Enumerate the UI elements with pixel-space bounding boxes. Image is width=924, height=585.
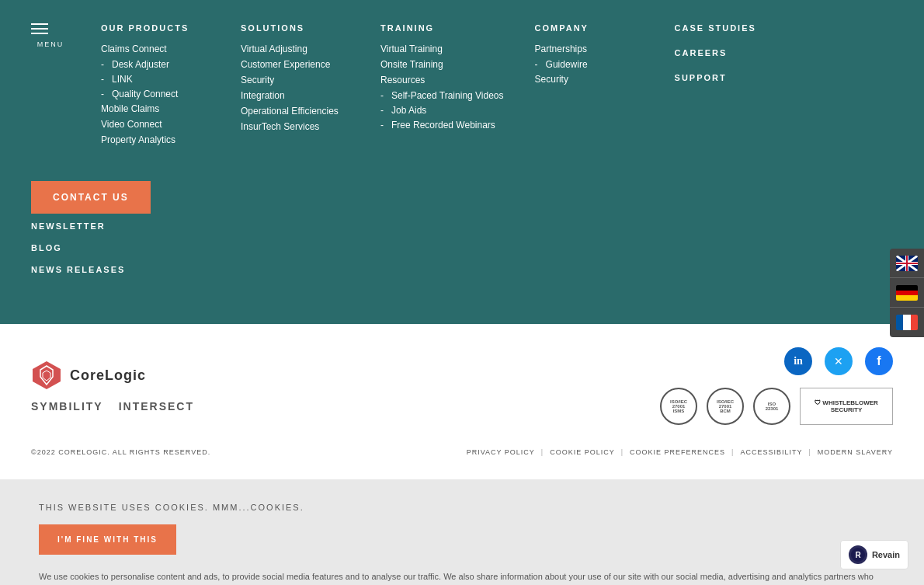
footer-section: CoreLogic SYMBILITY INTERSECT in ✕ f ISO… — [0, 324, 924, 479]
linkedin-icon[interactable]: in — [784, 347, 812, 375]
corelogic-logo: CoreLogic — [31, 360, 194, 391]
svg-rect-11 — [896, 291, 918, 295]
svg-rect-10 — [896, 285, 918, 291]
svg-rect-14 — [903, 315, 911, 330]
svg-rect-15 — [911, 315, 918, 330]
products-col: OUR PRODUCTS Claims Connect Desk Adjuste… — [101, 23, 210, 150]
revain-icon: R — [849, 545, 867, 564]
footer-bottom: ©2022 CORELOGIC. ALL RIGHTS RESERVED. PR… — [31, 440, 893, 456]
solutions-heading: SOLUTIONS — [241, 23, 349, 33]
nav-job-aids[interactable]: Job Aids — [380, 105, 504, 116]
menu-col: MENU — [31, 23, 70, 150]
whistleblower-badge: 🛡 WHISTLEBLOWERSECURITY — [800, 388, 893, 425]
footer-logos-left: CoreLogic SYMBILITY INTERSECT — [31, 360, 194, 413]
nav-quality-connect[interactable]: Quality Connect — [101, 89, 210, 99]
nav-self-paced[interactable]: Self-Paced Training Videos — [380, 90, 504, 101]
cookie-accept-button[interactable]: I'M FINE WITH THIS — [39, 524, 176, 555]
nav-desk-adjuster[interactable]: Desk Adjuster — [101, 59, 210, 70]
cookie-body-text: We use cookies to personalise content an… — [39, 570, 885, 585]
cookie-policy-link[interactable]: COOKIE POLICY — [550, 448, 615, 456]
badge-iso-22301: ISO22301 — [753, 388, 790, 425]
de-flag-icon — [896, 285, 918, 301]
svg-rect-13 — [896, 315, 903, 330]
contact-us-button[interactable]: CONTACT US — [31, 181, 151, 214]
sep1: | — [541, 448, 544, 456]
nav-insurtech-services[interactable]: InsurTech Services — [241, 121, 349, 132]
products-heading: OUR PRODUCTS — [101, 23, 210, 33]
nav-property-analytics[interactable]: Property Analytics — [101, 134, 210, 145]
fr-flag-icon — [896, 315, 918, 330]
nav-security-company[interactable]: Security — [535, 74, 644, 85]
blog-link[interactable]: BLOG — [31, 243, 151, 252]
corelogic-text: CoreLogic — [70, 367, 146, 384]
accessibility-link[interactable]: ACCESSIBILITY — [740, 448, 802, 456]
revain-badge[interactable]: R Revain — [840, 540, 908, 569]
nav-customer-experience[interactable]: Customer Experience — [241, 59, 349, 70]
svg-rect-12 — [896, 295, 918, 301]
whistleblower-text: 🛡 WHISTLEBLOWERSECURITY — [815, 399, 878, 413]
sep3: | — [731, 448, 734, 456]
cookie-banner: THIS WEBSITE USES COOKIES. MMM...COOKIES… — [0, 479, 924, 585]
news-releases-link[interactable]: NEWS RELEASES — [31, 265, 151, 274]
footer-copyright: ©2022 CORELOGIC. ALL RIGHTS RESERVED. — [31, 448, 210, 456]
modern-slavery-link[interactable]: MODERN SLAVERY — [818, 448, 893, 456]
case-studies-col: CASE STUDIES CAREERS SUPPORT — [675, 23, 783, 150]
badge-iso-27001-bcm: ISO/IEC27001BCM — [707, 388, 744, 425]
company-heading: COMPANY — [535, 23, 644, 33]
uk-flag-icon — [896, 256, 918, 271]
newsletter-link[interactable]: NEWSLETTER — [31, 221, 151, 231]
corelogic-diamond-icon — [31, 360, 62, 391]
nav-virtual-training[interactable]: Virtual Training — [380, 44, 504, 54]
lang-de[interactable] — [890, 278, 924, 308]
nav-security-solutions[interactable]: Security — [241, 75, 349, 85]
nav-resources[interactable]: Resources — [380, 75, 504, 85]
badge-iso-27001-isms: ISO/IEC27001ISMS — [660, 388, 697, 425]
nav-claims-connect[interactable]: Claims Connect — [101, 44, 210, 54]
partner-logos: SYMBILITY INTERSECT — [31, 400, 194, 413]
nav-section: MENU OUR PRODUCTS Claims Connect Desk Ad… — [0, 0, 924, 324]
social-icons: in ✕ f — [784, 347, 893, 375]
revain-logo-icon: R — [851, 548, 865, 562]
hamburger-button[interactable] — [31, 23, 70, 34]
nav-operational-efficiencies[interactable]: Operational Efficiencies — [241, 106, 349, 117]
cookie-title: THIS WEBSITE USES COOKIES. MMM...COOKIES… — [39, 503, 885, 512]
company-col: COMPANY Partnerships Guidewire Security — [535, 23, 644, 150]
case-studies-heading: CASE STUDIES — [675, 23, 783, 33]
support-heading: SUPPORT — [675, 73, 783, 82]
nav-mobile-claims[interactable]: Mobile Claims — [101, 103, 210, 114]
intersect-logo: INTERSECT — [119, 400, 194, 413]
careers-heading: CAREERS — [675, 48, 783, 57]
nav-free-recorded[interactable]: Free Recorded Webinars — [380, 120, 504, 131]
training-col: TRAINING Virtual Training Onsite Trainin… — [380, 23, 504, 150]
cookie-body: We use cookies to personalise content an… — [39, 572, 874, 585]
lang-fr[interactable] — [890, 308, 924, 337]
nav-guidewire[interactable]: Guidewire — [535, 59, 644, 70]
revain-label: Revain — [872, 550, 900, 559]
nav-integration[interactable]: Integration — [241, 90, 349, 101]
svg-text:R: R — [855, 551, 861, 559]
footer-top: CoreLogic SYMBILITY INTERSECT in ✕ f ISO… — [31, 347, 893, 425]
facebook-icon[interactable]: f — [865, 347, 893, 375]
nav-video-connect[interactable]: Video Connect — [101, 119, 210, 130]
solutions-col: SOLUTIONS Virtual Adjusting Customer Exp… — [241, 23, 349, 150]
contact-col: CONTACT US NEWSLETTER BLOG NEWS RELEASES — [31, 181, 151, 285]
nav-link[interactable]: LINK — [101, 74, 210, 85]
symbility-logo: SYMBILITY — [31, 400, 103, 413]
sep2: | — [621, 448, 624, 456]
sep4: | — [808, 448, 811, 456]
cookie-preferences-link[interactable]: COOKIE PREFERENCES — [630, 448, 725, 456]
language-switcher — [890, 249, 924, 337]
privacy-policy-link[interactable]: PRIVACY POLICY — [467, 448, 535, 456]
footer-right: in ✕ f ISO/IEC27001ISMS ISO/IEC27001BCM … — [660, 347, 893, 425]
menu-label: MENU — [31, 40, 70, 48]
footer-badges: ISO/IEC27001ISMS ISO/IEC27001BCM ISO2230… — [660, 388, 893, 425]
nav-grid: MENU OUR PRODUCTS Claims Connect Desk Ad… — [31, 23, 893, 285]
training-heading: TRAINING — [380, 23, 504, 33]
twitter-icon[interactable]: ✕ — [825, 347, 853, 375]
nav-virtual-adjusting[interactable]: Virtual Adjusting — [241, 44, 349, 54]
footer-links: PRIVACY POLICY | COOKIE POLICY | COOKIE … — [467, 448, 893, 456]
lang-en[interactable] — [890, 249, 924, 278]
nav-onsite-training[interactable]: Onsite Training — [380, 59, 504, 70]
nav-partnerships[interactable]: Partnerships — [535, 44, 644, 54]
